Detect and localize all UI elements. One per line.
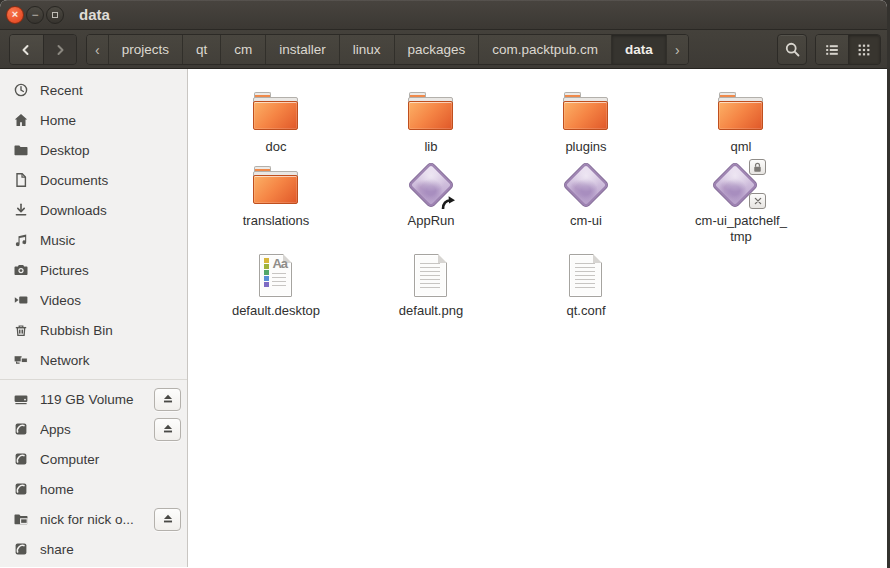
sidebar-item-label: Network	[40, 353, 181, 368]
sidebar-device-volume[interactable]: 119 GB Volume	[0, 384, 187, 414]
eject-button[interactable]	[154, 418, 181, 441]
file-item-qt-conf[interactable]: qt.conf	[516, 251, 656, 319]
file-item-translations[interactable]: translations	[206, 161, 346, 229]
no-access-emblem-icon	[749, 193, 766, 209]
file-item-apprun[interactable]: AppRun	[361, 161, 501, 229]
folder-icon	[13, 142, 29, 158]
music-notes-icon	[13, 232, 29, 248]
file-item-plugins[interactable]: plugins	[516, 87, 656, 155]
view-switcher	[815, 34, 881, 65]
file-name: qml	[671, 139, 811, 155]
breadcrumb-linux[interactable]: linux	[340, 35, 395, 64]
breadcrumb-scroll-left[interactable]: ‹	[87, 35, 109, 64]
harddisk-icon	[13, 391, 29, 407]
grid-view-icon	[856, 42, 872, 58]
sidebar-item-label: Home	[40, 113, 181, 128]
file-item-qml[interactable]: qml	[671, 87, 811, 155]
file-name: qt.conf	[516, 303, 656, 319]
file-name: doc	[206, 139, 346, 155]
maximize-button[interactable]	[46, 6, 64, 24]
file-item-lib[interactable]: lib	[361, 87, 501, 155]
navigation-buttons	[9, 34, 77, 65]
sidebar-item-downloads[interactable]: Downloads	[0, 195, 187, 225]
eject-button[interactable]	[154, 388, 181, 411]
maximize-icon	[52, 12, 58, 18]
file-item-default-desktop[interactable]: Aa default.desktop	[206, 251, 346, 319]
file-item-cm-ui[interactable]: cm-ui	[516, 161, 656, 229]
file-name: translations	[206, 213, 346, 229]
sidebar-item-label: Computer	[40, 452, 181, 467]
breadcrumb-scroll-right[interactable]: ›	[667, 35, 688, 64]
sidebar-item-documents[interactable]: Documents	[0, 165, 187, 195]
sidebar-item-pictures[interactable]: Pictures	[0, 255, 187, 285]
file-item-default-png[interactable]: default.png	[361, 251, 501, 319]
sidebar-device-apps[interactable]: Apps	[0, 414, 187, 444]
disk-icon	[13, 541, 29, 557]
shared-folder-icon	[13, 511, 29, 527]
breadcrumb-packages[interactable]: packages	[395, 35, 480, 64]
clock-icon	[13, 82, 29, 98]
minimize-button[interactable]: −	[26, 6, 44, 24]
sidebar-item-label: 119 GB Volume	[40, 392, 154, 407]
sidebar-item-label: Videos	[40, 293, 181, 308]
document-icon	[13, 172, 29, 188]
sidebar-item-label: Downloads	[40, 203, 181, 218]
titlebar: × − data	[0, 0, 887, 30]
lock-emblem-icon	[749, 159, 766, 175]
download-arrow-icon	[13, 202, 29, 218]
sidebar-item-label: Desktop	[40, 143, 181, 158]
sidebar-item-network[interactable]: Network	[0, 345, 187, 375]
sidebar-device-home[interactable]: home	[0, 474, 187, 504]
sidebar-device-share[interactable]: share	[0, 534, 187, 564]
list-view-button[interactable]	[816, 35, 848, 64]
sidebar-item-label: nick for nick o...	[40, 512, 154, 527]
breadcrumb-qt[interactable]: qt	[183, 35, 221, 64]
color-swatches	[264, 258, 269, 288]
desktop-entry-icon: Aa	[259, 254, 292, 297]
file-item-doc[interactable]: doc	[206, 87, 346, 155]
aa-glyph: Aa	[272, 256, 287, 271]
symlink-arrow-icon	[440, 195, 456, 210]
sidebar-device-nick[interactable]: nick for nick o...	[0, 504, 187, 534]
file-name: AppRun	[361, 213, 501, 229]
sidebar-item-home[interactable]: Home	[0, 105, 187, 135]
sidebar-device-computer[interactable]: Computer	[0, 444, 187, 474]
sidebar-item-label: Documents	[40, 173, 181, 188]
file-name: cm-ui	[516, 213, 656, 229]
breadcrumb-projects[interactable]: projects	[109, 35, 183, 64]
grid-view-button[interactable]	[848, 35, 881, 64]
folder-icon	[718, 92, 764, 132]
sidebar-item-label: share	[40, 542, 181, 557]
back-button[interactable]	[10, 35, 43, 64]
eject-button[interactable]	[154, 508, 181, 531]
window-title: data	[79, 6, 110, 23]
sidebar-separator	[0, 379, 187, 380]
folder-icon	[253, 92, 299, 132]
sidebar-item-label: home	[40, 482, 181, 497]
breadcrumb: ‹ projects qt cm installer linux package…	[86, 34, 689, 65]
file-item-cm-ui-patchelf-tmp[interactable]: cm-ui_patchelf_tmp	[671, 161, 811, 245]
network-icon	[13, 352, 29, 368]
forward-button[interactable]	[43, 35, 77, 64]
breadcrumb-data-current[interactable]: data	[612, 35, 667, 64]
search-button[interactable]	[777, 34, 807, 65]
sidebar-item-recent[interactable]: Recent	[0, 75, 187, 105]
sidebar-item-desktop[interactable]: Desktop	[0, 135, 187, 165]
sidebar-item-rubbish-bin[interactable]: Rubbish Bin	[0, 315, 187, 345]
close-button[interactable]: ×	[6, 6, 24, 24]
toolbar: ‹ projects qt cm installer linux package…	[0, 30, 887, 69]
folder-icon	[253, 166, 299, 206]
breadcrumb-installer[interactable]: installer	[266, 35, 340, 64]
sidebar-item-music[interactable]: Music	[0, 225, 187, 255]
sidebar-item-label: Music	[40, 233, 181, 248]
video-icon	[13, 292, 29, 308]
folder-icon	[563, 92, 609, 132]
back-chevron-icon	[18, 42, 34, 58]
file-grid: doc lib plugins qml translations	[188, 69, 887, 567]
breadcrumb-com-packtpub-cm[interactable]: com.packtpub.cm	[479, 35, 612, 64]
sidebar-item-videos[interactable]: Videos	[0, 285, 187, 315]
breadcrumb-cm[interactable]: cm	[221, 35, 266, 64]
file-name: default.desktop	[206, 303, 346, 319]
disk-icon	[13, 481, 29, 497]
file-name: default.png	[361, 303, 501, 319]
